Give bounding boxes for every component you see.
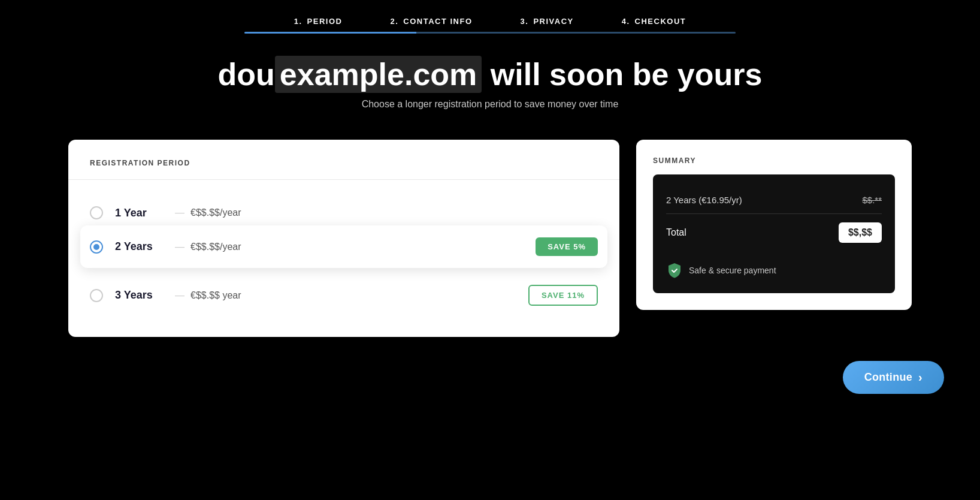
- step-contact[interactable]: 2. CONTACT INFO: [390, 17, 472, 26]
- summary-dark-panel: 2 Years (€16.95/yr) $$.** Total $$,$$ Sa…: [653, 174, 895, 293]
- summary-period-label: 2 Years (€16.95/yr): [666, 195, 742, 205]
- summary-total-value: $$,$$: [839, 222, 882, 243]
- hero-subtitle: Choose a longer registration period to s…: [0, 99, 980, 110]
- main-layout: REGISTRATION PERIOD 1 Year — €$$.$$/year…: [0, 122, 980, 355]
- period-label-1year: 1 Year: [115, 207, 169, 219]
- step-checkout[interactable]: 4. CHECKOUT: [622, 17, 686, 26]
- step-contact-number: 2.: [390, 17, 398, 26]
- continue-btn-container: Continue ›: [0, 355, 980, 412]
- period-label-2years: 2 Years: [115, 240, 169, 253]
- step-checkout-label: CHECKOUT: [635, 17, 686, 26]
- period-price-3years: €$$.$$ year: [190, 290, 528, 301]
- period-option-2years[interactable]: 2 Years — €$$.$$/year SAVE 5%: [80, 225, 607, 268]
- period-price-1year: €$$.$$/year: [190, 207, 598, 218]
- radio-1year[interactable]: [90, 206, 103, 219]
- hero-section: douexample.com will soon be yours Choose…: [0, 34, 980, 122]
- step-contact-label: CONTACT INFO: [403, 17, 472, 26]
- shield-icon: [666, 262, 683, 279]
- summary-card: SUMMARY 2 Years (€16.95/yr) $$.** Total …: [636, 140, 912, 310]
- hero-domain-highlight: example.com: [275, 56, 482, 93]
- summary-period-value: $$.**: [862, 195, 882, 205]
- period-option-3years[interactable]: 3 Years — €$$.$$ year SAVE 11%: [90, 273, 598, 318]
- secure-payment-row: Safe & secure payment: [666, 260, 882, 279]
- secure-payment-text: Safe & secure payment: [689, 266, 776, 275]
- registration-divider: [68, 179, 619, 180]
- summary-divider: [666, 213, 882, 214]
- step-period[interactable]: 1. PERIOD: [294, 17, 343, 26]
- hero-title: douexample.com will soon be yours: [0, 58, 980, 92]
- continue-button-label: Continue: [864, 371, 912, 384]
- registration-card: REGISTRATION PERIOD 1 Year — €$$.$$/year…: [68, 140, 619, 337]
- step-privacy[interactable]: 3. PRIVACY: [521, 17, 574, 26]
- period-dash-2years: —: [175, 242, 184, 252]
- continue-arrow-icon: ›: [918, 371, 922, 384]
- period-dash-1year: —: [175, 207, 184, 218]
- radio-2years[interactable]: [90, 240, 103, 254]
- continue-button[interactable]: Continue ›: [843, 361, 944, 394]
- hero-title-prefix: dou: [218, 57, 275, 92]
- step-checkout-number: 4.: [622, 17, 630, 26]
- hero-title-suffix: will soon be yours: [491, 57, 763, 92]
- stepper-progress-line: [0, 26, 980, 34]
- step-privacy-number: 3.: [521, 17, 529, 26]
- period-label-3years: 3 Years: [115, 289, 169, 302]
- step-period-number: 1.: [294, 17, 303, 26]
- summary-total-row: Total $$,$$: [666, 216, 882, 249]
- step-privacy-label: PRIVACY: [533, 17, 573, 26]
- registration-section-title: REGISTRATION PERIOD: [90, 159, 598, 167]
- save-badge-2years[interactable]: SAVE 5%: [536, 237, 598, 256]
- save-badge-3years[interactable]: SAVE 11%: [528, 285, 598, 306]
- period-price-2years: €$$.$$/year: [190, 242, 536, 252]
- stepper: 1. PERIOD 2. CONTACT INFO 3. PRIVACY 4. …: [0, 0, 980, 26]
- summary-section-title: SUMMARY: [653, 156, 895, 165]
- radio-3years[interactable]: [90, 289, 103, 302]
- period-dash-3years: —: [175, 290, 184, 301]
- summary-period-row: 2 Years (€16.95/yr) $$.**: [666, 189, 882, 211]
- step-period-label: PERIOD: [307, 17, 343, 26]
- summary-total-label: Total: [666, 227, 686, 238]
